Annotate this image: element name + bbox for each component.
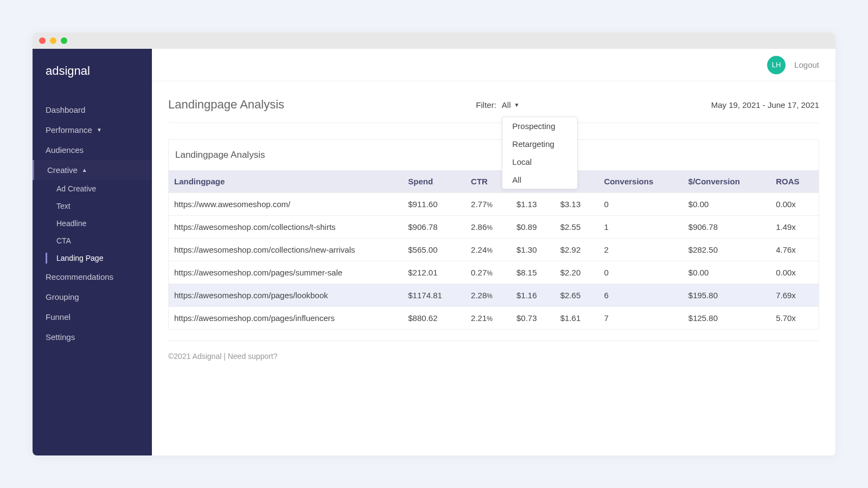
filter-option-prospecting[interactable]: Prospecting xyxy=(502,117,577,135)
sidebar-item-recommendations[interactable]: Recommendations xyxy=(33,267,152,287)
cell-cpm: $2.65 xyxy=(555,284,599,307)
sidebar-item-label: Creative xyxy=(47,165,78,175)
avatar[interactable]: LH xyxy=(767,56,786,74)
cell-roas: 0.00x xyxy=(770,193,819,216)
maximize-window-icon[interactable] xyxy=(61,37,67,44)
sidebar-sub-headline[interactable]: Headline xyxy=(33,215,152,232)
sidebar: adsignal Dashboard Performance ▼ Audienc… xyxy=(33,49,152,455)
cell-spend: $565.00 xyxy=(403,239,465,261)
cell-conversions: 1 xyxy=(598,216,682,239)
page-header: Landingpage Analysis Filter: All ▼ Prosp… xyxy=(168,98,819,123)
card-title: Landingpage Analysis xyxy=(169,140,819,170)
app-body: adsignal Dashboard Performance ▼ Audienc… xyxy=(33,49,835,455)
sidebar-sub-landing-page[interactable]: Landing Page xyxy=(33,249,152,267)
filter-option-all[interactable]: All xyxy=(502,171,577,189)
sidebar-item-performance[interactable]: Performance ▼ xyxy=(33,120,152,140)
sidebar-item-label: Settings xyxy=(46,332,75,342)
cell-spend: $880.62 xyxy=(403,307,465,330)
sidebar-item-label: Audiences xyxy=(46,145,84,155)
main: LH Logout Landingpage Analysis Filter: A… xyxy=(152,49,835,455)
col-roas[interactable]: ROAS xyxy=(770,170,819,193)
sidebar-sub-label: Headline xyxy=(56,219,86,228)
sidebar-sub-ad-creative[interactable]: Ad Creative xyxy=(33,180,152,197)
sidebar-sub-label: Landing Page xyxy=(56,254,103,262)
cell-landingpage: https://awesomeshop.com/pages/influencer… xyxy=(169,307,403,330)
cell-cpc: $0.73 xyxy=(511,307,555,330)
sidebar-item-label: Funnel xyxy=(46,312,71,322)
table-row[interactable]: https://www.awesomeshop.com/$911.602.77%… xyxy=(169,193,819,216)
cell-roas: 7.69x xyxy=(770,284,819,307)
table-row[interactable]: https://awesomeshop.com/pages/summer-sal… xyxy=(169,261,819,284)
sidebar-item-audiences[interactable]: Audiences xyxy=(33,140,152,160)
col-landingpage[interactable]: Landingpage xyxy=(169,170,403,193)
cell-conversions: 7 xyxy=(598,307,682,330)
table-row[interactable]: https://awesomeshop.com/pages/influencer… xyxy=(169,307,819,330)
col-spend[interactable]: Spend xyxy=(403,170,465,193)
cell-roas: 1.49x xyxy=(770,216,819,239)
brand-logo: adsignal xyxy=(33,60,152,100)
cell-landingpage: https://awesomeshop.com/pages/summer-sal… xyxy=(169,261,403,284)
table-row[interactable]: https://awesomeshop.com/pages/lookbook$1… xyxy=(169,284,819,307)
filter-dropdown: Prospecting Retargeting Local All xyxy=(502,117,578,189)
close-window-icon[interactable] xyxy=(39,37,46,44)
col-conversions[interactable]: Conversions xyxy=(598,170,682,193)
cell-per-conversion: $125.80 xyxy=(683,307,770,330)
cell-ctr: 0.27% xyxy=(465,261,511,284)
sidebar-sub-label: Ad Creative xyxy=(56,184,96,193)
col-per-conversion[interactable]: $/Conversion xyxy=(683,170,770,193)
cell-roas: 4.76x xyxy=(770,239,819,261)
sidebar-item-creative[interactable]: Creative ▲ xyxy=(33,160,152,180)
footer: ©2021 Adsignal | Need support? xyxy=(168,341,819,361)
minimize-window-icon[interactable] xyxy=(50,37,56,44)
app-window: adsignal Dashboard Performance ▼ Audienc… xyxy=(33,33,835,455)
sidebar-item-grouping[interactable]: Grouping xyxy=(33,287,152,307)
cell-cpm: $2.55 xyxy=(555,216,599,239)
filter-label: Filter: xyxy=(476,100,496,110)
filter-select[interactable]: All ▼ xyxy=(502,100,520,110)
cell-per-conversion: $195.80 xyxy=(683,284,770,307)
cell-per-conversion: $0.00 xyxy=(683,261,770,284)
window-titlebar xyxy=(33,33,835,49)
cell-cpc: $1.13 xyxy=(511,193,555,216)
sidebar-item-dashboard[interactable]: Dashboard xyxy=(33,100,152,120)
cell-cpc: $1.30 xyxy=(511,239,555,261)
table-row[interactable]: https://awesomeshop.com/collections/new-… xyxy=(169,239,819,261)
cell-per-conversion: $282.50 xyxy=(683,239,770,261)
cell-spend: $212.01 xyxy=(403,261,465,284)
logout-link[interactable]: Logout xyxy=(794,60,819,69)
cell-landingpage: https://www.awesomeshop.com/ xyxy=(169,193,403,216)
landingpage-card: Landingpage Analysis Landingpage Spend C… xyxy=(168,139,819,330)
sidebar-sub-label: Text xyxy=(56,202,71,210)
sidebar-item-label: Recommendations xyxy=(46,272,113,281)
cell-ctr: 2.86% xyxy=(465,216,511,239)
filter-option-retargeting[interactable]: Retargeting xyxy=(502,135,577,153)
cell-conversions: 6 xyxy=(598,284,682,307)
date-range[interactable]: May 19, 2021 - June 17, 2021 xyxy=(711,100,819,110)
cell-cpm: $1.61 xyxy=(555,307,599,330)
cell-per-conversion: $0.00 xyxy=(683,193,770,216)
cell-cpc: $1.16 xyxy=(511,284,555,307)
filter-control: Filter: All ▼ Prospecting Retargeting Lo… xyxy=(476,100,519,110)
cell-roas: 0.00x xyxy=(770,261,819,284)
sidebar-sub-label: CTA xyxy=(56,236,71,245)
sidebar-item-settings[interactable]: Settings xyxy=(33,327,152,347)
table-header-row: Landingpage Spend CTR CPC CPM Conversion… xyxy=(169,170,819,193)
sidebar-item-funnel[interactable]: Funnel xyxy=(33,307,152,327)
topbar: LH Logout xyxy=(152,49,835,81)
table-row[interactable]: https://awesomeshop.com/collections/t-sh… xyxy=(169,216,819,239)
sidebar-sub-cta[interactable]: CTA xyxy=(33,232,152,249)
cell-roas: 5.70x xyxy=(770,307,819,330)
sidebar-sub-text[interactable]: Text xyxy=(33,197,152,215)
content: Landingpage Analysis Filter: All ▼ Prosp… xyxy=(152,81,835,455)
landingpage-table: Landingpage Spend CTR CPC CPM Conversion… xyxy=(169,170,819,329)
cell-cpc: $0.89 xyxy=(511,216,555,239)
filter-option-local[interactable]: Local xyxy=(502,153,577,171)
page-title: Landingpage Analysis xyxy=(168,98,284,112)
sidebar-item-label: Performance xyxy=(46,125,92,134)
cell-conversions: 0 xyxy=(598,193,682,216)
cell-ctr: 2.77% xyxy=(465,193,511,216)
cell-spend: $911.60 xyxy=(403,193,465,216)
sidebar-item-label: Grouping xyxy=(46,292,79,301)
cell-ctr: 2.24% xyxy=(465,239,511,261)
cell-landingpage: https://awesomeshop.com/pages/lookbook xyxy=(169,284,403,307)
